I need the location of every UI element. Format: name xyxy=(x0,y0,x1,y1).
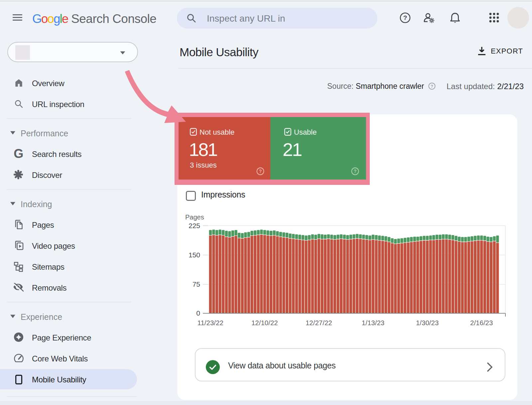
svg-text:0: 0 xyxy=(196,309,200,317)
svg-text:75: 75 xyxy=(193,280,200,288)
svg-text:?: ? xyxy=(354,169,357,174)
svg-text:Pages: Pages xyxy=(185,213,204,221)
svg-text:?: ? xyxy=(403,14,407,21)
svg-text:?: ? xyxy=(259,169,262,174)
svg-text:225: 225 xyxy=(189,222,200,229)
svg-text:2/16/23: 2/16/23 xyxy=(470,319,493,327)
svg-text:1/13/23: 1/13/23 xyxy=(362,319,384,327)
svg-text:?: ? xyxy=(431,84,433,89)
svg-text:12/10/22: 12/10/22 xyxy=(251,319,278,327)
svg-text:11/23/22: 11/23/22 xyxy=(198,319,223,327)
svg-text:1/30/23: 1/30/23 xyxy=(416,319,439,327)
svg-text:12/27/22: 12/27/22 xyxy=(306,319,332,327)
svg-text:150: 150 xyxy=(189,251,200,259)
